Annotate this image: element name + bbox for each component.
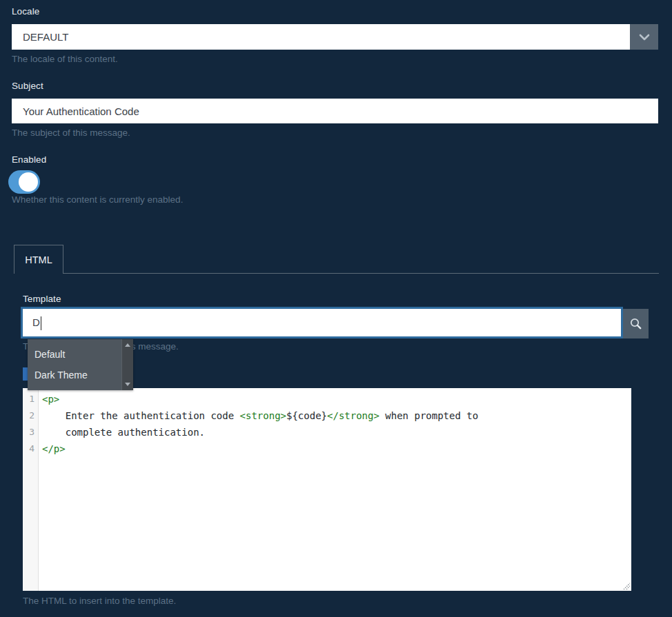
tab-bar-divider	[14, 273, 659, 274]
subject-help: The subject of this message.	[12, 128, 130, 138]
resize-handle[interactable]	[622, 581, 631, 590]
dropdown-option[interactable]: Default	[28, 344, 121, 365]
chevron-down-icon[interactable]	[630, 24, 658, 50]
template-dropdown: DefaultDark Theme	[28, 339, 133, 390]
toggle-knob	[19, 172, 38, 192]
scroll-down-icon[interactable]	[125, 383, 130, 386]
code-line: Enter the authentication code <strong>${…	[42, 407, 631, 424]
scroll-up-icon[interactable]	[125, 343, 130, 347]
editor-code-area: <p> Enter the authentication code <stron…	[39, 388, 631, 591]
enabled-label: Enabled	[12, 154, 46, 165]
line-number: 2	[23, 407, 38, 424]
obscured-blue-element	[23, 367, 28, 381]
template-label: Template	[23, 294, 61, 304]
text-caret	[41, 316, 41, 330]
dropdown-scrollbar[interactable]	[121, 339, 133, 390]
code-line: complete authentication.	[42, 424, 631, 441]
line-number: 4	[23, 441, 38, 457]
locale-select[interactable]: DEFAULT	[12, 24, 658, 50]
code-line: </p>	[42, 441, 631, 457]
editor-gutter: 1234	[23, 388, 39, 591]
dropdown-option[interactable]: Dark Theme	[28, 365, 121, 385]
locale-help: The locale of this content.	[12, 54, 118, 64]
locale-select-value: DEFAULT	[23, 24, 68, 50]
enabled-toggle[interactable]	[8, 170, 40, 194]
template-dropdown-list: DefaultDark Theme	[28, 344, 121, 385]
subject-label: Subject	[12, 81, 43, 91]
editor-help: The HTML to insert into the template.	[23, 596, 176, 606]
template-search-input[interactable]: D	[21, 307, 623, 338]
subject-input[interactable]	[12, 99, 658, 123]
template-search-button[interactable]	[623, 309, 649, 338]
line-number: 3	[23, 424, 38, 441]
code-line: <p>	[42, 391, 631, 407]
template-input-value: D	[32, 316, 40, 328]
line-number: 1	[23, 391, 38, 407]
search-icon	[629, 317, 642, 330]
tab-html[interactable]: HTML	[14, 245, 63, 274]
enabled-help: Whether this content is currently enable…	[12, 194, 183, 205]
html-code-editor[interactable]: 1234 <p> Enter the authentication code <…	[23, 388, 631, 591]
locale-label: Locale	[12, 6, 39, 17]
